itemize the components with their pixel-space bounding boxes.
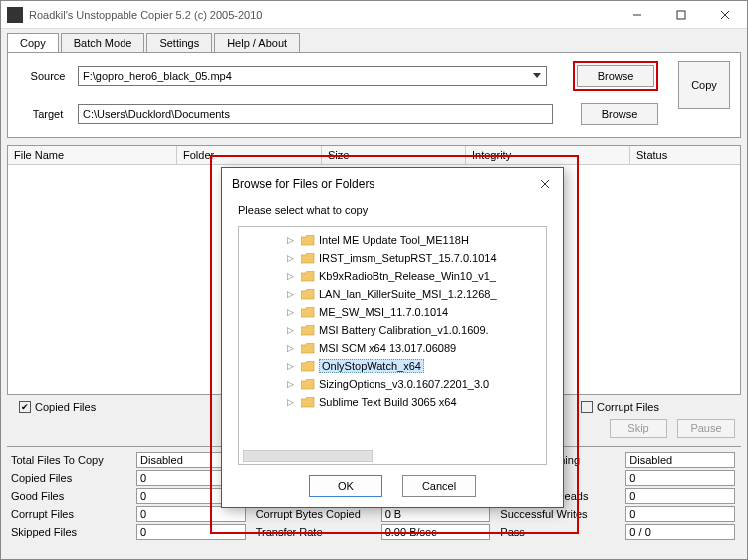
- dialog-prompt: Please select what to copy: [238, 204, 547, 216]
- source-label: Source: [18, 70, 78, 82]
- cancel-button[interactable]: Cancel: [402, 475, 476, 497]
- pause-button[interactable]: Pause: [677, 419, 735, 438]
- corrupt-files-checkbox[interactable]: Corrupt Files: [581, 401, 659, 413]
- browse-source-button[interactable]: Browse: [577, 65, 654, 87]
- tree-item[interactable]: ▷Kb9xRadioBtn_Release_Win10_v1_: [239, 267, 546, 285]
- browse-highlight: Browse: [573, 61, 658, 91]
- tree-item-label: OnlyStopWatch_x64: [319, 359, 424, 373]
- tab-help[interactable]: Help / About: [214, 33, 300, 52]
- tab-copy[interactable]: Copy: [7, 33, 59, 52]
- folder-icon: [301, 397, 315, 408]
- stat-value: Disabled: [625, 452, 735, 468]
- copy-button[interactable]: Copy: [678, 61, 730, 109]
- tree-item[interactable]: ▷MSI Battery Calibration_v1.0.1609.: [239, 321, 546, 339]
- stat-value: 0 B: [381, 506, 491, 522]
- folder-icon: [301, 253, 315, 264]
- folder-icon: [301, 325, 315, 336]
- tab-batch[interactable]: Batch Mode: [61, 33, 145, 52]
- chevron-right-icon[interactable]: ▷: [287, 379, 297, 389]
- window-title: Roadkil's Unstoppable Copier 5.2 (c) 200…: [29, 9, 616, 21]
- stat-value: 0.00 B/sec: [381, 524, 491, 540]
- dialog-title: Browse for Files or Folders: [232, 177, 537, 191]
- tree-item-label: Intel ME Update Tool_ME118H: [319, 234, 469, 246]
- svg-rect-1: [677, 11, 685, 19]
- tree-item[interactable]: ▷Intel ME Update Tool_ME118H: [239, 231, 546, 249]
- folder-icon: [301, 361, 315, 372]
- stat-label: Total Files To Copy: [7, 454, 136, 466]
- tree-item[interactable]: ▷IRST_imsm_SetupRST_15.7.0.1014: [239, 249, 546, 267]
- stat-value: 0: [625, 488, 735, 504]
- tree-item[interactable]: ▷OnlyStopWatch_x64: [239, 357, 546, 375]
- column-file-name[interactable]: File Name: [8, 146, 177, 164]
- stat-label: Transfer Rate: [252, 526, 381, 538]
- dialog-close-button[interactable]: [537, 176, 553, 192]
- chevron-right-icon[interactable]: ▷: [287, 361, 297, 371]
- tree-item-label: LAN_lan_KillerSuite_MSI_1.2.1268_: [319, 288, 497, 300]
- target-label: Target: [18, 108, 78, 120]
- chevron-right-icon[interactable]: ▷: [287, 325, 297, 335]
- skip-button[interactable]: Skip: [610, 419, 667, 438]
- stat-value: 0: [136, 524, 246, 540]
- tree-item[interactable]: ▷ME_SW_MSI_11.7.0.1014: [239, 303, 546, 321]
- tree-item-label: MSI Battery Calibration_v1.0.1609.: [319, 324, 489, 336]
- titlebar: Roadkil's Unstoppable Copier 5.2 (c) 200…: [1, 1, 747, 29]
- stat-value: 0: [625, 506, 735, 522]
- stat-label: Good Files: [7, 490, 136, 502]
- tree-item[interactable]: ▷MSI SCM x64 13.017.06089: [239, 339, 546, 357]
- target-input[interactable]: C:\Users\Ducklord\Documents: [78, 104, 553, 124]
- copied-files-checkbox[interactable]: ✔Copied Files: [19, 401, 96, 413]
- chevron-right-icon[interactable]: ▷: [287, 307, 297, 317]
- stat-label: Skipped Files: [7, 526, 136, 538]
- close-button[interactable]: [703, 1, 747, 28]
- tree-item[interactable]: ▷LAN_lan_KillerSuite_MSI_1.2.1268_: [239, 285, 546, 303]
- stat-value: 0 / 0: [625, 524, 735, 540]
- folder-tree[interactable]: ▷Intel ME Update Tool_ME118H▷IRST_imsm_S…: [238, 226, 547, 465]
- tree-item-label: MSI SCM x64 13.017.06089: [319, 342, 456, 354]
- column-size[interactable]: Size: [322, 146, 466, 164]
- column-integrity[interactable]: Integrity: [466, 146, 630, 164]
- app-icon: [7, 7, 23, 23]
- browse-target-button[interactable]: Browse: [581, 103, 658, 125]
- folder-icon: [301, 307, 315, 318]
- folder-icon: [301, 379, 315, 390]
- chevron-down-icon[interactable]: [530, 68, 544, 84]
- chevron-right-icon[interactable]: ▷: [287, 289, 297, 299]
- minimize-button[interactable]: [616, 1, 659, 28]
- tree-item-label: Sublime Text Build 3065 x64: [319, 396, 457, 408]
- tree-item-label: ME_SW_MSI_11.7.0.1014: [319, 306, 448, 318]
- stat-value: 0: [625, 470, 735, 486]
- tree-item-label: IRST_imsm_SetupRST_15.7.0.1014: [319, 252, 497, 264]
- tab-settings[interactable]: Settings: [146, 33, 212, 52]
- folder-icon: [301, 235, 315, 246]
- copy-panel: Source F:\gopro_hero6_black_05.mp4 Brows…: [7, 52, 741, 138]
- column-folder[interactable]: Folder: [177, 146, 322, 164]
- chevron-right-icon[interactable]: ▷: [287, 343, 297, 353]
- chevron-right-icon[interactable]: ▷: [287, 271, 297, 281]
- stat-label: Pass: [496, 526, 625, 538]
- maximize-button[interactable]: [659, 1, 703, 28]
- stat-label: Successful Writes: [496, 508, 625, 520]
- browse-dialog: Browse for Files or Folders Please selec…: [221, 167, 564, 508]
- tree-item-label: Kb9xRadioBtn_Release_Win10_v1_: [319, 270, 496, 282]
- tree-item[interactable]: ▷SizingOptions_v3.0.1607.2201_3.0: [239, 375, 546, 393]
- tree-scrollbar[interactable]: [243, 450, 373, 462]
- tree-item-label: SizingOptions_v3.0.1607.2201_3.0: [319, 378, 489, 390]
- ok-button[interactable]: OK: [309, 475, 382, 497]
- stat-label: Copied Files: [7, 472, 136, 484]
- folder-icon: [301, 343, 315, 354]
- list-header: File NameFolderSizeIntegrityStatus: [8, 146, 740, 165]
- chevron-right-icon[interactable]: ▷: [287, 235, 297, 245]
- chevron-right-icon[interactable]: ▷: [287, 397, 297, 407]
- stat-value: 0: [136, 506, 246, 522]
- stat-label: Corrupt Files: [7, 508, 136, 520]
- column-status[interactable]: Status: [630, 146, 740, 164]
- stat-label: Corrupt Bytes Copied: [252, 508, 381, 520]
- tree-item[interactable]: ▷Sublime Text Build 3065 x64: [239, 393, 546, 411]
- tab-bar: Copy Batch Mode Settings Help / About: [1, 29, 747, 52]
- folder-icon: [301, 271, 315, 282]
- chevron-right-icon[interactable]: ▷: [287, 253, 297, 263]
- folder-icon: [301, 289, 315, 300]
- source-input[interactable]: F:\gopro_hero6_black_05.mp4: [78, 66, 547, 86]
